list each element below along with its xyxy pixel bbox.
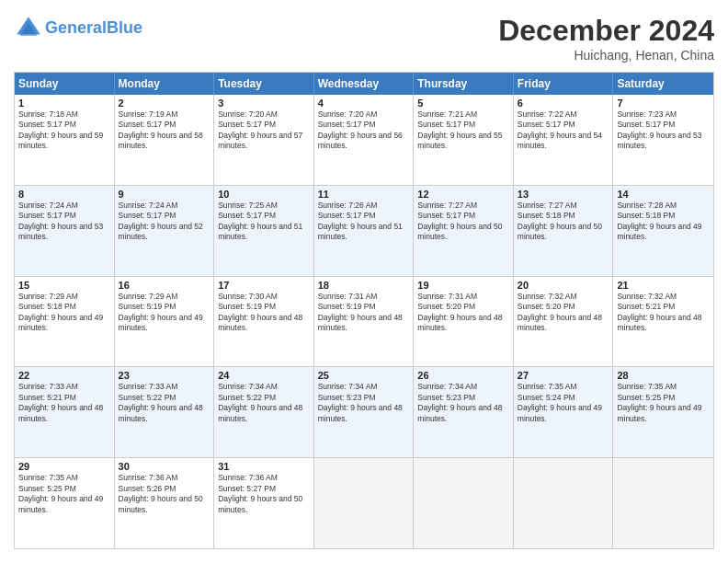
calendar-row: 15Sunrise: 7:29 AM Sunset: 5:18 PM Dayli… [15,277,713,368]
cell-info: Sunrise: 7:24 AM Sunset: 5:17 PM Dayligh… [18,201,110,243]
logo-line2: Blue [107,18,142,37]
cell-date: 2 [119,98,210,109]
calendar: SundayMondayTuesdayWednesdayThursdayFrid… [14,72,714,549]
cell-info: Sunrise: 7:35 AM Sunset: 5:25 PM Dayligh… [617,382,710,424]
cell-info: Sunrise: 7:21 AM Sunset: 5:17 PM Dayligh… [417,109,509,152]
calendar-cell: 25Sunrise: 7:34 AM Sunset: 5:23 PM Dayli… [314,367,415,457]
cell-date: 30 [119,461,210,472]
cell-info: Sunrise: 7:28 AM Sunset: 5:18 PM Dayligh… [617,201,710,243]
calendar-cell: 24Sunrise: 7:34 AM Sunset: 5:22 PM Dayli… [214,367,314,457]
cell-info: Sunrise: 7:20 AM Sunset: 5:17 PM Dayligh… [218,109,310,152]
calendar-cell: 16Sunrise: 7:29 AM Sunset: 5:19 PM Dayli… [115,277,215,367]
cell-info: Sunrise: 7:31 AM Sunset: 5:20 PM Dayligh… [417,292,509,334]
cell-info: Sunrise: 7:27 AM Sunset: 5:18 PM Dayligh… [518,201,609,243]
calendar-cell: 20Sunrise: 7:32 AM Sunset: 5:20 PM Dayli… [514,277,614,367]
calendar-cell: 12Sunrise: 7:27 AM Sunset: 5:17 PM Dayli… [414,186,514,276]
calendar-cell: 4Sunrise: 7:20 AM Sunset: 5:17 PM Daylig… [314,95,415,185]
cell-date: 7 [617,98,710,109]
header: GeneralBlue December 2024 Huichang, Hena… [14,14,714,63]
cell-info: Sunrise: 7:23 AM Sunset: 5:17 PM Dayligh… [617,109,710,152]
day-name-sunday: Sunday [15,73,115,95]
calendar-cell: 3Sunrise: 7:20 AM Sunset: 5:17 PM Daylig… [214,95,314,185]
cell-info: Sunrise: 7:25 AM Sunset: 5:17 PM Dayligh… [218,201,310,243]
cell-info: Sunrise: 7:36 AM Sunset: 5:26 PM Dayligh… [119,473,210,515]
cell-date: 5 [417,98,509,109]
cell-info: Sunrise: 7:29 AM Sunset: 5:18 PM Dayligh… [18,292,110,334]
cell-date: 14 [617,189,710,200]
day-name-friday: Friday [514,73,614,95]
calendar-cell: 14Sunrise: 7:28 AM Sunset: 5:18 PM Dayli… [613,186,713,276]
cell-date: 12 [417,189,509,200]
cell-info: Sunrise: 7:30 AM Sunset: 5:19 PM Dayligh… [218,292,310,334]
cell-date: 4 [318,98,410,109]
calendar-row: 22Sunrise: 7:33 AM Sunset: 5:21 PM Dayli… [15,367,713,458]
cell-date: 27 [518,370,609,381]
calendar-cell: 6Sunrise: 7:22 AM Sunset: 5:17 PM Daylig… [514,95,614,185]
calendar-cell: 30Sunrise: 7:36 AM Sunset: 5:26 PM Dayli… [115,458,215,548]
cell-date: 9 [119,189,210,200]
cell-info: Sunrise: 7:26 AM Sunset: 5:17 PM Dayligh… [318,201,410,243]
cell-date: 24 [218,370,310,381]
calendar-cell: 5Sunrise: 7:21 AM Sunset: 5:17 PM Daylig… [414,95,514,185]
cell-date: 28 [617,370,710,381]
cell-date: 15 [18,280,110,291]
cell-date: 3 [218,98,310,109]
day-name-monday: Monday [115,73,215,95]
cell-date: 16 [119,280,210,291]
calendar-cell: 19Sunrise: 7:31 AM Sunset: 5:20 PM Dayli… [414,277,514,367]
title-block: December 2024 Huichang, Henan, China [498,14,714,63]
calendar-cell: 31Sunrise: 7:36 AM Sunset: 5:27 PM Dayli… [214,458,314,548]
cell-date: 20 [518,280,609,291]
cell-info: Sunrise: 7:34 AM Sunset: 5:22 PM Dayligh… [218,382,310,424]
location: Huichang, Henan, China [498,48,714,63]
day-name-saturday: Saturday [613,73,713,95]
calendar-cell [514,458,614,548]
cell-info: Sunrise: 7:24 AM Sunset: 5:17 PM Dayligh… [119,201,210,243]
cell-info: Sunrise: 7:32 AM Sunset: 5:20 PM Dayligh… [518,292,609,334]
cell-info: Sunrise: 7:33 AM Sunset: 5:21 PM Dayligh… [18,382,110,424]
logo-line1: General [45,18,107,37]
calendar-cell: 29Sunrise: 7:35 AM Sunset: 5:25 PM Dayli… [15,458,115,548]
calendar-cell: 28Sunrise: 7:35 AM Sunset: 5:25 PM Dayli… [613,367,713,457]
cell-date: 8 [18,189,110,200]
calendar-cell: 7Sunrise: 7:23 AM Sunset: 5:17 PM Daylig… [613,95,713,185]
day-name-tuesday: Tuesday [214,73,314,95]
calendar-row: 8Sunrise: 7:24 AM Sunset: 5:17 PM Daylig… [15,186,713,277]
calendar-cell: 23Sunrise: 7:33 AM Sunset: 5:22 PM Dayli… [115,367,215,457]
cell-info: Sunrise: 7:27 AM Sunset: 5:17 PM Dayligh… [417,201,509,243]
logo-text: GeneralBlue [45,19,142,38]
cell-date: 18 [318,280,410,291]
cell-info: Sunrise: 7:22 AM Sunset: 5:17 PM Dayligh… [518,109,609,152]
day-name-thursday: Thursday [414,73,514,95]
cell-info: Sunrise: 7:35 AM Sunset: 5:24 PM Dayligh… [518,382,609,424]
calendar-body: 1Sunrise: 7:18 AM Sunset: 5:17 PM Daylig… [15,95,713,548]
cell-date: 26 [417,370,509,381]
cell-info: Sunrise: 7:33 AM Sunset: 5:22 PM Dayligh… [119,382,210,424]
calendar-cell [613,458,713,548]
cell-info: Sunrise: 7:20 AM Sunset: 5:17 PM Dayligh… [318,109,410,152]
cell-info: Sunrise: 7:34 AM Sunset: 5:23 PM Dayligh… [417,382,509,424]
calendar-cell: 2Sunrise: 7:19 AM Sunset: 5:17 PM Daylig… [115,95,215,185]
cell-info: Sunrise: 7:29 AM Sunset: 5:19 PM Dayligh… [119,292,210,334]
calendar-cell: 1Sunrise: 7:18 AM Sunset: 5:17 PM Daylig… [15,95,115,185]
calendar-cell: 10Sunrise: 7:25 AM Sunset: 5:17 PM Dayli… [214,186,314,276]
cell-info: Sunrise: 7:36 AM Sunset: 5:27 PM Dayligh… [218,473,310,515]
calendar-cell [314,458,415,548]
calendar-cell: 27Sunrise: 7:35 AM Sunset: 5:24 PM Dayli… [514,367,614,457]
cell-date: 13 [518,189,609,200]
cell-info: Sunrise: 7:34 AM Sunset: 5:23 PM Dayligh… [318,382,410,424]
logo: GeneralBlue [14,14,142,43]
calendar-header: SundayMondayTuesdayWednesdayThursdayFrid… [15,73,713,95]
cell-date: 22 [18,370,110,381]
calendar-row: 29Sunrise: 7:35 AM Sunset: 5:25 PM Dayli… [15,458,713,548]
cell-info: Sunrise: 7:18 AM Sunset: 5:17 PM Dayligh… [18,109,110,152]
cell-info: Sunrise: 7:32 AM Sunset: 5:21 PM Dayligh… [617,292,710,334]
cell-info: Sunrise: 7:31 AM Sunset: 5:19 PM Dayligh… [318,292,410,334]
cell-date: 6 [518,98,609,109]
calendar-cell: 15Sunrise: 7:29 AM Sunset: 5:18 PM Dayli… [15,277,115,367]
logo-icon [14,14,43,43]
calendar-cell: 18Sunrise: 7:31 AM Sunset: 5:19 PM Dayli… [314,277,415,367]
calendar-cell: 13Sunrise: 7:27 AM Sunset: 5:18 PM Dayli… [514,186,614,276]
cell-info: Sunrise: 7:19 AM Sunset: 5:17 PM Dayligh… [119,109,210,152]
page: GeneralBlue December 2024 Huichang, Hena… [0,0,728,563]
